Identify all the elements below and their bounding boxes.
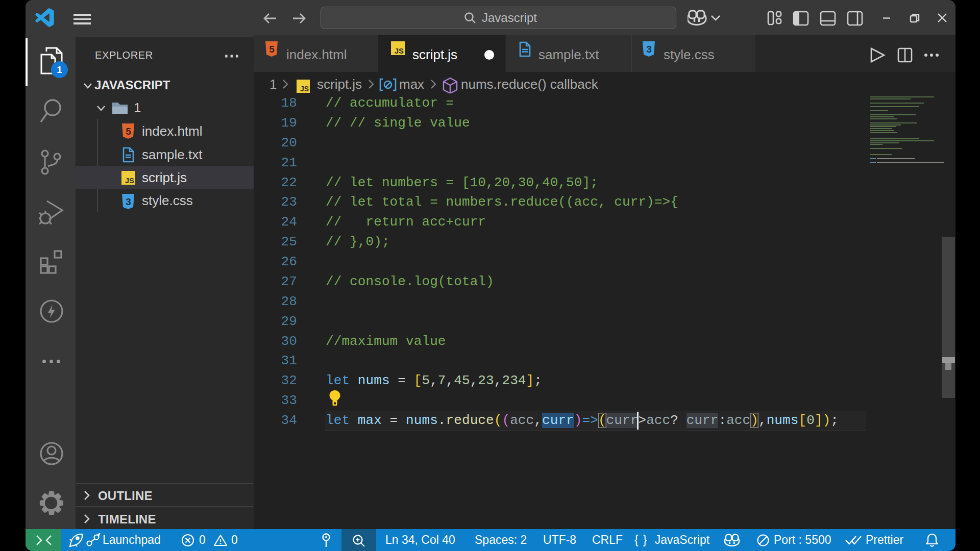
svg-text:5: 5 [126, 126, 131, 137]
svg-text:3: 3 [126, 196, 131, 207]
svg-text:3: 3 [646, 44, 652, 55]
svg-text:5: 5 [269, 44, 275, 55]
